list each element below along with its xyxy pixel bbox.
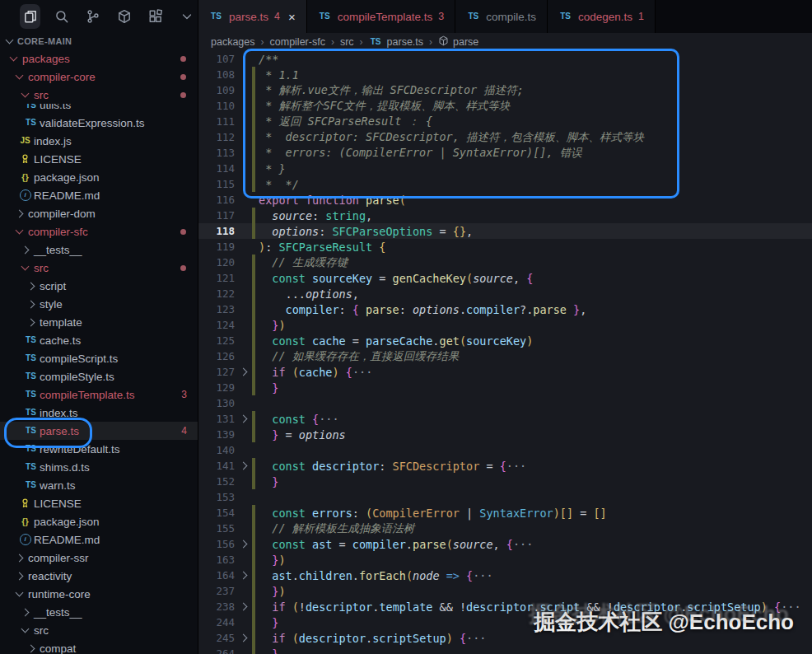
- tree-item-__tests__[interactable]: __tests__: [0, 603, 198, 621]
- tree-item-README.md[interactable]: iREADME.md: [0, 186, 198, 204]
- extensions-icon[interactable]: [146, 4, 166, 29]
- tree-item-src[interactable]: src: [0, 621, 198, 639]
- code-line[interactable]: 140: [198, 442, 812, 458]
- code-line[interactable]: 131 const {···: [198, 411, 812, 427]
- code-line[interactable]: 115 * */: [198, 176, 812, 192]
- code-line[interactable]: 121 const sourceKey = genCacheKey(source…: [198, 270, 812, 286]
- tree-item-LICENSE[interactable]: LICENSE: [0, 494, 198, 512]
- tree-item-parse.ts[interactable]: TSparse.ts4: [0, 422, 198, 440]
- references-cube-icon[interactable]: [114, 4, 135, 29]
- tree-item-template[interactable]: template: [0, 313, 198, 331]
- code-line[interactable]: 237 }): [198, 583, 812, 599]
- code-line[interactable]: 154 const errors: (CompilerError | Synta…: [198, 505, 812, 521]
- fold-chevron-icon[interactable]: [235, 572, 252, 578]
- tab-compile.ts[interactable]: TScompile.ts: [455, 0, 548, 33]
- code-line[interactable]: 123 compiler: { parse: options.compiler?…: [198, 301, 812, 317]
- fold-chevron-icon[interactable]: [235, 604, 252, 610]
- tree-item-package.json[interactable]: {}package.json: [0, 168, 198, 186]
- tree-item-shims.d.ts[interactable]: TSshims.d.ts: [0, 458, 198, 476]
- code-line[interactable]: 155 // 解析模板生成抽象语法树: [198, 521, 812, 536]
- fold-chevron-icon[interactable]: [235, 369, 252, 375]
- code-line[interactable]: 141 const descriptor: SFCDescriptor = {·…: [198, 458, 812, 474]
- tree-item-LICENSE[interactable]: LICENSE: [0, 150, 198, 168]
- tree-item-package.json[interactable]: {}package.json: [0, 512, 198, 530]
- code-line[interactable]: 244 }: [198, 614, 812, 630]
- breadcrumb-item-packages[interactable]: packages: [211, 36, 255, 48]
- fold-chevron-icon[interactable]: [235, 541, 252, 547]
- tree-item-style[interactable]: style: [0, 295, 198, 313]
- tree-item-compileScript.ts[interactable]: TScompileScript.ts: [0, 349, 198, 367]
- code-line[interactable]: 112 * descriptor: SFCDescriptor, 描述符，包含模…: [198, 129, 812, 145]
- tree-item-runtime-core[interactable]: runtime-core: [0, 585, 198, 603]
- code-line[interactable]: 122 ...options,: [198, 286, 812, 301]
- tree-item-validateExpression.ts[interactable]: TSvalidateExpression.ts: [0, 114, 198, 132]
- breadcrumb-item-parse[interactable]: parse: [438, 35, 478, 49]
- code-line[interactable]: 109 * 解析.vue文件，输出 SFCDescriptor 描述符;: [198, 82, 812, 98]
- code-line[interactable]: 164 ast.children.forEach(node => {···: [198, 568, 812, 583]
- code-line[interactable]: 153: [198, 489, 812, 505]
- code-line[interactable]: 129 }: [198, 380, 812, 395]
- code-line[interactable]: 107/**: [198, 51, 812, 67]
- tab-compileTemplate.ts[interactable]: TScompileTemplate.ts3: [307, 0, 456, 33]
- tree-item-compileStyle.ts[interactable]: TScompileStyle.ts: [0, 367, 198, 385]
- fold-chevron-icon[interactable]: [235, 416, 252, 422]
- code-line[interactable]: 120 // 生成缓存键: [198, 255, 812, 270]
- tree-item-warn.ts[interactable]: TSwarn.ts: [0, 476, 198, 494]
- breadcrumb-item-parse.ts[interactable]: TSparse.ts: [369, 36, 423, 48]
- tree-item-src[interactable]: src: [0, 86, 198, 104]
- code-line[interactable]: 152 }: [198, 474, 812, 489]
- code-line[interactable]: 124 }): [198, 317, 812, 333]
- tree-item-reactivity[interactable]: reactivity: [0, 567, 198, 585]
- code-line[interactable]: 125 const cache = parseCache.get(sourceK…: [198, 333, 812, 348]
- fold-chevron-icon[interactable]: [235, 635, 252, 641]
- workspace-header[interactable]: CORE-MAIN: [0, 33, 198, 49]
- tree-item-packages[interactable]: packages: [0, 49, 198, 68]
- chevron-down-icon[interactable]: [177, 4, 198, 29]
- code-line[interactable]: 238 if (!descriptor.template && !descrip…: [198, 599, 812, 614]
- tree-item-compiler-ssr[interactable]: compiler-ssr: [0, 549, 198, 567]
- tab-codegen.ts[interactable]: TScodegen.ts1: [548, 0, 656, 33]
- source-control-icon[interactable]: [82, 4, 103, 29]
- tree-item-rewriteDefault.ts[interactable]: TSrewriteDefault.ts: [0, 440, 198, 458]
- code-line[interactable]: 127 if (cache) {···: [198, 364, 812, 380]
- code-line[interactable]: 113 * errors: (CompilerError | SyntaxErr…: [198, 145, 812, 161]
- tree-item-utils.ts[interactable]: TSutils.ts: [0, 104, 198, 114]
- tree-item-index.js[interactable]: JSindex.js: [0, 132, 198, 150]
- code-line[interactable]: 118 options: SFCParseOptions = {},: [198, 223, 812, 239]
- tree-item-script[interactable]: script: [0, 277, 198, 295]
- code-line[interactable]: 110 * 解析整个SFC文件，提取模板、脚本、样式等块: [198, 98, 812, 114]
- code-line[interactable]: 117 source: string,: [198, 208, 812, 223]
- tree-item-compiler-core[interactable]: compiler-core: [0, 68, 198, 86]
- tree-item-cache.ts[interactable]: TScache.ts: [0, 331, 198, 349]
- code-line[interactable]: 116export function parse(: [198, 192, 812, 208]
- tree-item-src[interactable]: src: [0, 259, 198, 277]
- tree-item-compiler-dom[interactable]: compiler-dom: [0, 204, 198, 222]
- tree-item-__tests__[interactable]: __tests__: [0, 241, 198, 259]
- breadcrumb-item-src[interactable]: src: [340, 36, 354, 48]
- code-line[interactable]: 108 * 1.1: [198, 67, 812, 82]
- code-line[interactable]: 114 * }: [198, 161, 812, 176]
- code-line[interactable]: 126 // 如果缓存存在，直接返回缓存结果: [198, 348, 812, 364]
- breadcrumb-item-compiler-sfc[interactable]: compiler-sfc: [270, 36, 325, 48]
- code-line[interactable]: 130: [198, 395, 812, 411]
- tab-parse.ts[interactable]: TSparse.ts4×: [198, 0, 307, 33]
- fold-chevron-icon[interactable]: [235, 463, 252, 469]
- close-icon[interactable]: ×: [288, 10, 296, 24]
- tree-item-compat[interactable]: compat: [0, 639, 198, 654]
- tree-item-compiler-sfc[interactable]: compiler-sfc: [0, 222, 198, 241]
- code-line[interactable]: 245 if (descriptor.scriptSetup) {···: [198, 630, 812, 646]
- tree-item-compileTemplate.ts[interactable]: TScompileTemplate.ts3: [0, 385, 198, 404]
- tree-item-README.md[interactable]: iREADME.md: [0, 530, 198, 549]
- code-text: options: SFCParseOptions = {},: [259, 225, 473, 238]
- code-line[interactable]: 156 const ast = compiler.parse(source, {…: [198, 536, 812, 552]
- search-icon[interactable]: [51, 4, 72, 29]
- tree-item-index.ts[interactable]: TSindex.ts: [0, 404, 198, 422]
- code-line[interactable]: 139 } = options: [198, 427, 812, 442]
- code-area[interactable]: 107/**108 * 1.1109 * 解析.vue文件，输出 SFCDesc…: [198, 51, 812, 654]
- code-line[interactable]: 163 }): [198, 552, 812, 568]
- code-line[interactable]: 264 }: [198, 646, 812, 654]
- explorer-icon[interactable]: [20, 4, 40, 29]
- code-line[interactable]: 111 * 返回 SFCParseResult ： {: [198, 114, 812, 129]
- code-line[interactable]: 119): SFCParseResult {: [198, 239, 812, 255]
- ts-file-icon: TS: [209, 12, 223, 21]
